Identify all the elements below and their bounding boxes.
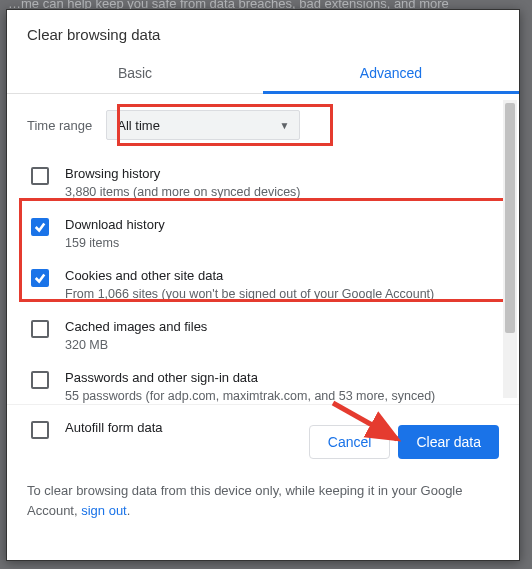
- time-range-row: Time range All time ▼: [27, 110, 499, 140]
- checkbox-browsing-history[interactable]: [31, 167, 49, 185]
- item-title: Cookies and other site data: [65, 268, 434, 283]
- dialog-title: Clear browsing data: [7, 10, 519, 55]
- item-title: Cached images and files: [65, 319, 207, 334]
- checkbox-cached[interactable]: [31, 320, 49, 338]
- footer-tail: .: [127, 503, 131, 518]
- item-browsing-history: Browsing history 3,880 items (and more o…: [27, 158, 499, 209]
- dialog-footer: To clear browsing data from this device …: [7, 473, 519, 538]
- time-range-label: Time range: [27, 118, 92, 133]
- time-range-select[interactable]: All time ▼: [106, 110, 300, 140]
- sign-out-link[interactable]: sign out: [81, 503, 127, 518]
- checkbox-passwords[interactable]: [31, 371, 49, 389]
- item-title: Download history: [65, 217, 165, 232]
- scrollbar[interactable]: [503, 100, 517, 398]
- checkbox-cookies[interactable]: [31, 269, 49, 287]
- item-sub: 159 items: [65, 235, 165, 252]
- item-sub: From 1,066 sites (you won't be signed ou…: [65, 286, 434, 303]
- clear-data-button[interactable]: Clear data: [398, 425, 499, 459]
- time-range-value: All time: [117, 118, 160, 133]
- cancel-button[interactable]: Cancel: [309, 425, 391, 459]
- item-cookies: Cookies and other site data From 1,066 s…: [27, 260, 499, 311]
- item-sub: 55 passwords (for adp.com, maximtrak.com…: [65, 388, 435, 405]
- scrollbar-thumb[interactable]: [505, 103, 515, 333]
- item-sub: 320 MB: [65, 337, 207, 354]
- tab-advanced[interactable]: Advanced: [263, 55, 519, 93]
- options-scroll-area: Time range All time ▼ Browsing history 3…: [7, 94, 519, 404]
- item-title: Browsing history: [65, 166, 301, 181]
- tabs: Basic Advanced: [7, 55, 519, 94]
- clear-browsing-data-dialog: Clear browsing data Basic Advanced Time …: [6, 9, 520, 561]
- item-title: Passwords and other sign-in data: [65, 370, 435, 385]
- tab-basic[interactable]: Basic: [7, 55, 263, 93]
- item-cached: Cached images and files 320 MB: [27, 311, 499, 362]
- chevron-down-icon: ▼: [279, 120, 289, 131]
- item-download-history: Download history 159 items: [27, 209, 499, 260]
- item-sub: 3,880 items (and more on synced devices): [65, 184, 301, 201]
- dialog-buttons: Cancel Clear data: [7, 404, 519, 473]
- checkbox-download-history[interactable]: [31, 218, 49, 236]
